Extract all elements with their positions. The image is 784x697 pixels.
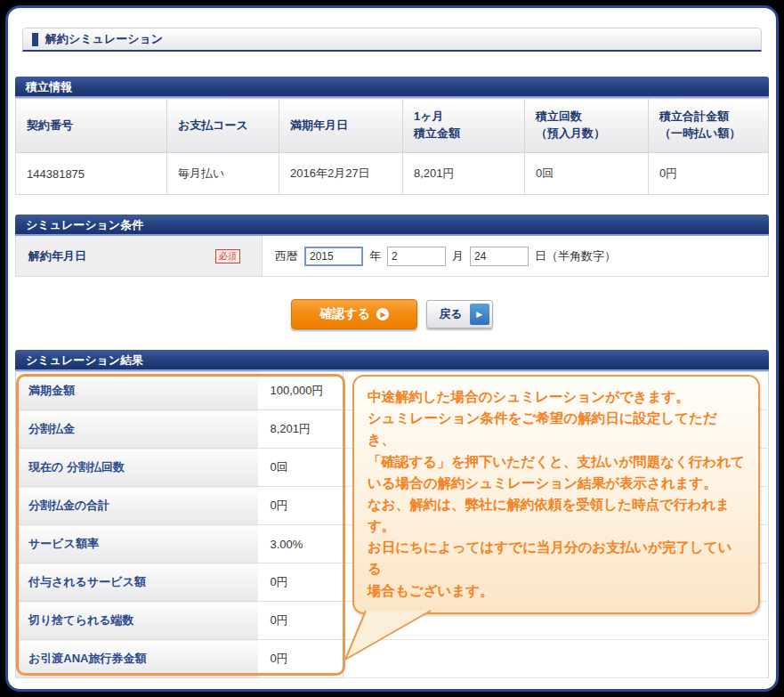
day-input[interactable] <box>470 247 529 266</box>
era-label: 西暦 <box>275 248 298 264</box>
page-title-bar: 解約シミュレーション <box>22 28 762 52</box>
cancellation-date-label-cell: 解約年月日 必須 <box>16 236 263 276</box>
conditions-header: シミュレーション条件 <box>15 215 769 236</box>
result-value: 0円 <box>258 640 344 678</box>
result-label: お引渡ANA旅行券金額 <box>16 640 258 678</box>
action-buttons: 確認する ▶ 戻る ▶ <box>15 298 769 330</box>
tooltip-tail-icon <box>342 610 440 661</box>
cancellation-date-label: 解約年月日 <box>28 248 86 264</box>
savings-info-section: 積立情報 契約番号 お支払コース 満期年月日 1ヶ月 積立金額 積立回数 （預入… <box>15 77 769 195</box>
year-suffix-label: 年 <box>369 248 381 264</box>
result-label: 切り捨てられる端数 <box>16 602 258 640</box>
result-label: 分割払金 <box>16 410 258 449</box>
savings-info-table: 契約番号 お支払コース 満期年月日 1ヶ月 積立金額 積立回数 （預入月数） 積… <box>15 98 769 195</box>
info-tooltip-bubble: 中途解約した場合のシュミレーションができます。 シュミレーション条件をご希望の解… <box>352 375 760 614</box>
table-row: 144381875 毎月払い 2016年2月27日 8,201円 0回 0円 <box>16 153 769 195</box>
result-value: 0円 <box>258 487 344 525</box>
page-title: 解約シミュレーション <box>45 31 163 47</box>
confirm-button[interactable]: 確認する ▶ <box>291 299 417 329</box>
tooltip-text: 中途解約した場合のシュミレーションができます。 シュミレーション条件をご希望の解… <box>368 386 745 602</box>
result-value: 0円 <box>258 602 344 640</box>
column-header-monthly-amount: 1ヶ月 積立金額 <box>403 99 525 153</box>
simulation-results-section: シミュレーション結果 満期金額 100,000円 分割払金 8,201円 現在の… <box>15 350 769 678</box>
month-suffix-label: 月 <box>452 248 464 264</box>
confirm-button-label: 確認する <box>320 306 371 322</box>
column-header-maturity-date: 満期年月日 <box>279 99 403 153</box>
page-content: 解約シミュレーション 積立情報 契約番号 お支払コース 満期年月日 1ヶ月 積立… <box>8 8 776 678</box>
day-suffix-label: 日（半角数字） <box>535 248 616 264</box>
result-value: 0円 <box>258 563 344 602</box>
cell-contract-number: 144381875 <box>16 153 167 195</box>
result-value: 3.00% <box>258 525 344 563</box>
result-label: 付与されるサービス額 <box>16 563 258 602</box>
cell-payment-course: 毎月払い <box>167 153 279 195</box>
back-button-label: 戻る <box>439 306 462 322</box>
result-value: 0回 <box>258 449 344 487</box>
title-marker-icon <box>32 33 38 46</box>
cell-total-amount: 0円 <box>649 153 769 195</box>
cancellation-date-inputs: 西暦 年 月 日（半角数字） <box>263 236 768 276</box>
back-arrow-icon: ▶ <box>470 304 489 325</box>
column-header-payment-course: お支払コース <box>167 99 279 153</box>
cancellation-date-row: 解約年月日 必須 西暦 年 月 日（半角数字） <box>15 236 769 277</box>
column-header-total-amount: 積立合計金額 （一時払い額） <box>649 99 769 153</box>
result-label: 現在の 分割払回数 <box>16 449 258 487</box>
cell-maturity-date: 2016年2月27日 <box>279 153 403 195</box>
required-badge: 必須 <box>215 249 240 263</box>
result-label: 分割払金の合計 <box>16 487 258 525</box>
result-value: 100,000円 <box>258 372 344 410</box>
results-header: シミュレーション結果 <box>15 350 769 371</box>
cell-deposit-count: 0回 <box>525 153 649 195</box>
result-label: サービス額率 <box>16 525 258 563</box>
result-value: 8,201円 <box>258 410 344 449</box>
year-input[interactable] <box>304 247 363 266</box>
confirm-arrow-icon: ▶ <box>376 308 389 320</box>
column-header-contract-number: 契約番号 <box>16 99 167 153</box>
month-input[interactable] <box>387 247 446 266</box>
column-header-deposit-count: 積立回数 （預入月数） <box>525 99 649 153</box>
savings-info-header-row: 契約番号 お支払コース 満期年月日 1ヶ月 積立金額 積立回数 （預入月数） 積… <box>16 99 769 153</box>
simulation-conditions-section: シミュレーション条件 解約年月日 必須 西暦 年 月 日（半角数字） <box>15 215 769 277</box>
savings-info-header: 積立情報 <box>15 77 769 98</box>
cell-monthly-amount: 8,201円 <box>403 153 525 195</box>
page-card: 解約シミュレーション 積立情報 契約番号 お支払コース 満期年月日 1ヶ月 積立… <box>5 5 779 692</box>
result-label: 満期金額 <box>16 372 258 410</box>
back-button[interactable]: 戻る ▶ <box>426 300 492 328</box>
